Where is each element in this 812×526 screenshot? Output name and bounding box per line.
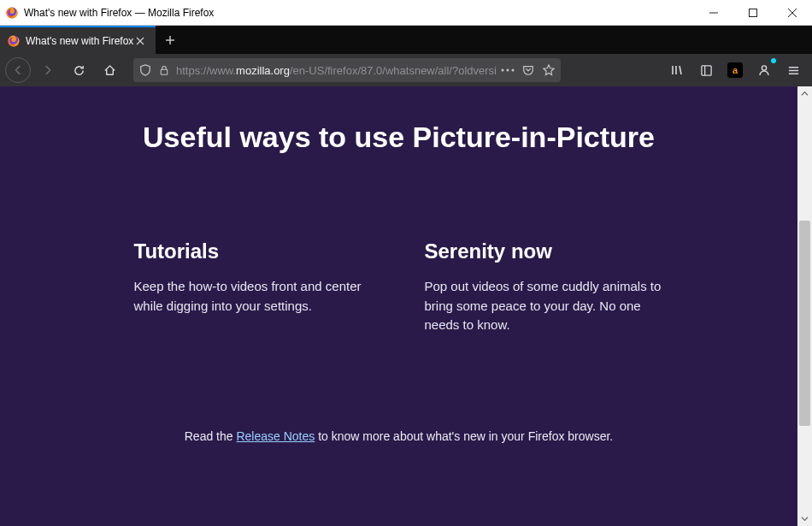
feature-column-tutorials: Tutorials Keep the how-to videos front a…: [134, 239, 374, 335]
amazon-icon: a: [727, 62, 743, 78]
reload-button[interactable]: [65, 56, 92, 84]
column-body: Pop out videos of some cuddly animals to…: [425, 277, 664, 335]
bookmark-star-button[interactable]: [542, 63, 556, 77]
home-button[interactable]: [96, 56, 123, 84]
page-actions-button[interactable]: [501, 63, 515, 77]
svg-rect-2: [750, 9, 757, 16]
close-window-button[interactable]: [773, 0, 812, 26]
content-viewport: Useful ways to use Picture-in-Picture Tu…: [0, 86, 812, 526]
footer-post: to know more about what's new in your Fi…: [315, 429, 613, 443]
release-notes-link[interactable]: Release Notes: [236, 429, 315, 443]
url-bar[interactable]: https://www.mozilla.org/en-US/firefox/87…: [133, 58, 561, 82]
amazon-extension-button[interactable]: a: [721, 56, 749, 84]
scroll-up-arrow-icon[interactable]: [797, 86, 812, 101]
scroll-thumb[interactable]: [799, 221, 810, 426]
url-path: /en-US/firefox/87.0/whatsnew/all/?oldver…: [290, 64, 496, 77]
window-title: What's new with Firefox — Mozilla Firefo…: [24, 7, 214, 19]
firefox-app-icon: [5, 6, 19, 20]
url-prefix: https://www.: [176, 64, 236, 77]
svg-point-13: [512, 69, 515, 72]
column-title: Tutorials: [134, 239, 374, 263]
svg-point-12: [507, 69, 509, 72]
svg-rect-10: [161, 69, 168, 74]
scroll-track[interactable]: [797, 101, 812, 511]
sidebar-button[interactable]: [692, 56, 720, 84]
library-button[interactable]: [663, 56, 691, 84]
maximize-button[interactable]: [733, 0, 773, 26]
footer-pre: Read the: [185, 429, 237, 443]
tab-label: What's new with Firefox: [26, 35, 133, 47]
hamburger-menu-button[interactable]: [780, 56, 807, 84]
footer-note: Read the Release Notes to know more abou…: [0, 429, 797, 443]
window-titlebar: What's new with Firefox — Mozilla Firefo…: [0, 0, 812, 26]
page-heading: Useful ways to use Picture-in-Picture: [0, 121, 797, 154]
svg-line-16: [680, 66, 681, 74]
tracking-protection-icon[interactable]: [138, 63, 152, 77]
page-content: Useful ways to use Picture-in-Picture Tu…: [0, 86, 797, 526]
feature-column-serenity: Serenity now Pop out videos of some cudd…: [425, 239, 664, 335]
back-button[interactable]: [5, 57, 31, 83]
browser-tab[interactable]: What's new with Firefox: [0, 26, 156, 54]
forward-button[interactable]: [34, 56, 62, 84]
navigation-toolbar: https://www.mozilla.org/en-US/firefox/87…: [0, 54, 812, 86]
vertical-scrollbar[interactable]: [797, 86, 812, 526]
scroll-down-arrow-icon[interactable]: [797, 511, 812, 526]
url-text[interactable]: https://www.mozilla.org/en-US/firefox/87…: [176, 64, 496, 77]
tab-strip: What's new with Firefox: [0, 26, 812, 54]
firefox-account-button[interactable]: [750, 56, 778, 84]
svg-point-11: [502, 69, 504, 72]
save-to-pocket-button[interactable]: [521, 63, 535, 77]
firefox-favicon-icon: [7, 34, 21, 48]
svg-point-19: [762, 66, 766, 70]
new-tab-button[interactable]: [156, 26, 185, 54]
column-body: Keep the how-to videos front and center …: [134, 277, 374, 316]
minimize-button[interactable]: [694, 0, 733, 26]
tab-close-button[interactable]: [133, 34, 147, 48]
svg-rect-17: [701, 65, 710, 74]
column-title: Serenity now: [425, 239, 664, 263]
url-domain: mozilla.org: [236, 64, 290, 77]
lock-icon[interactable]: [157, 63, 171, 77]
